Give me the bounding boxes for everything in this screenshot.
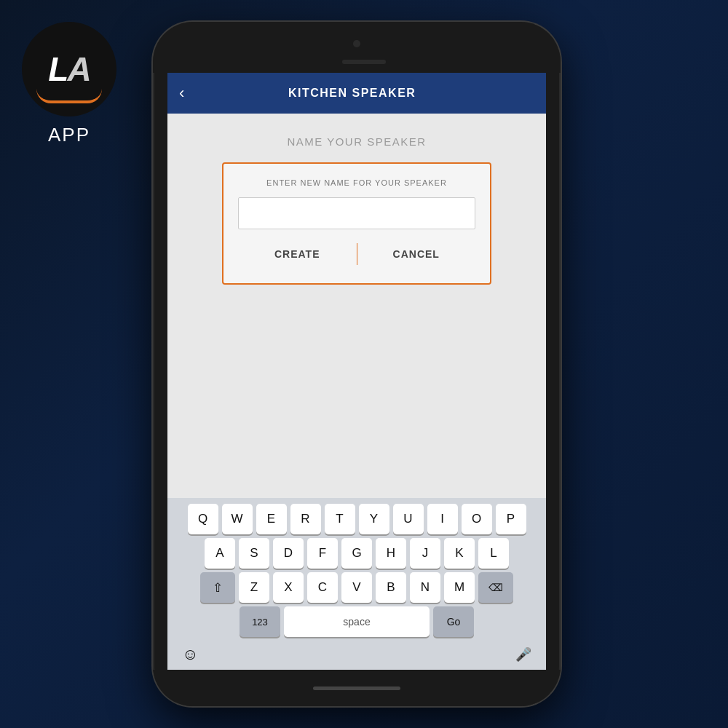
home-indicator [313,687,400,690]
logo-arc [36,89,102,103]
key-v[interactable]: V [341,572,372,603]
key-q[interactable]: Q [188,504,218,534]
key-j[interactable]: J [410,538,440,569]
key-u[interactable]: U [393,504,424,534]
name-dialog: ENTER NEW NAME FOR YOUR SPEAKER CREATE C… [222,162,491,285]
key-h[interactable]: H [376,538,406,569]
header-title: KITCHEN SPEAKER [191,87,513,100]
key-k[interactable]: K [444,538,475,569]
la-logo: LA [22,22,116,116]
numbers-key[interactable]: 123 [240,606,280,637]
dialog-buttons: CREATE CANCEL [238,240,475,269]
page-title: NAME YOUR SPEAKER [287,135,426,148]
keyboard-row-1: Q W E R T Y U I O P [170,504,543,534]
key-w[interactable]: W [222,504,253,534]
back-button[interactable]: ‹ [179,84,184,103]
space-key[interactable]: space [284,606,430,637]
phone-screen: ‹ KITCHEN SPEAKER NAME YOUR SPEAKER ENTE… [167,73,546,670]
app-header: ‹ KITCHEN SPEAKER [167,73,546,114]
dialog-label: ENTER NEW NAME FOR YOUR SPEAKER [238,178,475,187]
key-s[interactable]: S [239,538,269,569]
key-p[interactable]: P [496,504,526,534]
key-e[interactable]: E [256,504,287,534]
key-n[interactable]: N [410,572,440,603]
key-i[interactable]: I [427,504,458,534]
key-y[interactable]: Y [359,504,389,534]
shift-key[interactable]: ⇧ [200,572,235,603]
cancel-button[interactable]: CANCEL [357,240,476,269]
keyboard-row-2: A S D F G H J K L [170,538,543,569]
delete-key[interactable]: ⌫ [478,572,513,603]
front-camera [353,40,360,47]
emoji-key[interactable]: ☺ [182,645,198,664]
speaker-name-input[interactable] [238,197,475,229]
key-a[interactable]: A [205,538,235,569]
key-l[interactable]: L [478,538,509,569]
keyboard: Q W E R T Y U I O P A S D F G H J K [167,498,546,670]
phone-shell: ‹ KITCHEN SPEAKER NAME YOUR SPEAKER ENTE… [153,22,561,706]
key-g[interactable]: G [341,538,372,569]
key-o[interactable]: O [462,504,492,534]
go-key[interactable]: Go [433,606,474,637]
earpiece [342,60,386,64]
key-b[interactable]: B [376,572,406,603]
key-m[interactable]: M [444,572,475,603]
key-z[interactable]: Z [239,572,269,603]
keyboard-row-3: ⇧ Z X C V B N M ⌫ [170,572,543,603]
create-button[interactable]: CREATE [238,240,357,269]
keyboard-extra-row: ☺ 🎤 [170,641,543,667]
key-t[interactable]: T [325,504,355,534]
key-c[interactable]: C [307,572,338,603]
app-content: NAME YOUR SPEAKER ENTER NEW NAME FOR YOU… [167,114,546,498]
microphone-icon[interactable]: 🎤 [515,646,531,662]
key-f[interactable]: F [307,538,338,569]
key-r[interactable]: R [290,504,321,534]
phone-top [153,22,561,73]
key-d[interactable]: D [273,538,304,569]
app-label: APP [22,124,116,146]
key-x[interactable]: X [273,572,304,603]
keyboard-bottom-row: 123 space Go [170,606,543,637]
phone-bottom [153,670,561,706]
